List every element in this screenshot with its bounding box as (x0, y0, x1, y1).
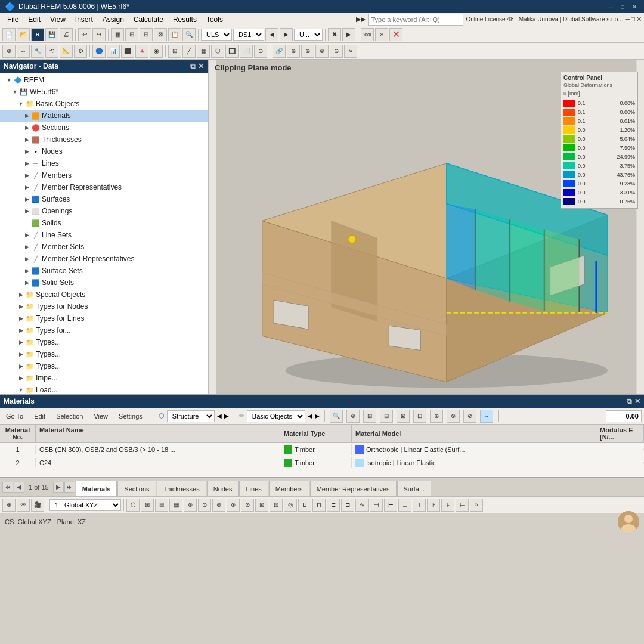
tab-members[interactable]: Members (269, 481, 309, 496)
tb-b6[interactable]: 🔍 (182, 28, 196, 41)
types5-toggle[interactable]: ▶ (17, 351, 25, 357)
tree-sections[interactable]: ▶ 🔴 Sections (0, 122, 208, 134)
basic-objects-toggle[interactable]: ▼ (17, 101, 25, 107)
uls-combo[interactable]: ULS SLS (201, 29, 232, 41)
nodes-toggle[interactable]: ▶ (23, 148, 31, 154)
bt-b6[interactable]: ⊙ (198, 499, 211, 512)
tb2-16[interactable]: 🔲 (225, 45, 239, 58)
bt-b4[interactable]: ▦ (169, 499, 182, 512)
online-max[interactable]: □ (631, 16, 635, 23)
tb2-6[interactable]: ⚙ (74, 45, 87, 58)
bt-more[interactable]: » (470, 499, 483, 512)
bt-b24[interactable]: ⊨ (456, 499, 469, 512)
tab-prev[interactable]: ◀ (14, 482, 24, 493)
mat-selection[interactable]: Selection (52, 411, 86, 421)
tree-types-nodes[interactable]: ▶ 📁 Types for Nodes (0, 301, 208, 312)
tb2-23[interactable]: ⊝ (330, 45, 343, 58)
mat-tb-btn7[interactable]: ⊘ (463, 410, 476, 423)
mat-obj-next[interactable]: ▶ (315, 413, 320, 419)
tb2-19[interactable]: 🔗 (273, 45, 286, 58)
tree-nodes[interactable]: ▶ • Nodes (0, 145, 208, 157)
mat-structure-filter[interactable]: Structure (167, 410, 215, 422)
tree-thicknesses[interactable]: ▶ 🟫 Thicknesses (0, 134, 208, 145)
tb-new[interactable]: 📄 (2, 28, 16, 41)
mat-tb-btn3[interactable]: ⊠ (397, 410, 410, 423)
tb-print[interactable]: 🖨 (60, 28, 73, 41)
tree-special[interactable]: ▶ 📁 Special Objects (0, 289, 208, 301)
tb2-11[interactable]: ◉ (150, 45, 163, 58)
mat-objects-filter[interactable]: Basic Objects (247, 410, 305, 422)
tree-solid-sets[interactable]: ▶ 🟦 Solid Sets (0, 277, 208, 289)
tb2-5[interactable]: 📐 (60, 45, 73, 58)
bt-b9[interactable]: ⊘ (241, 499, 254, 512)
col-mat-name[interactable]: Material Name (36, 425, 280, 442)
tb2-12[interactable]: ⊞ (168, 45, 181, 58)
tree-basic-objects[interactable]: ▼ 📁 Basic Objects (0, 98, 208, 110)
tree-solids[interactable]: 🟩 Solids (0, 217, 208, 229)
menu-file[interactable]: File (2, 14, 23, 25)
types3-toggle[interactable]: ▶ (17, 327, 25, 333)
tree-lines[interactable]: ▶ ─ Lines (0, 157, 208, 169)
mat-tb-btn6[interactable]: ⊗ (447, 410, 460, 423)
mat-row-1[interactable]: 1 OSB (EN 300), OSB/2 and OSB/3 (> 10 - … (0, 443, 644, 456)
tb2-17[interactable]: ⬜ (240, 45, 253, 58)
tb-rfem-large[interactable]: ✕ (389, 28, 402, 41)
tree-impe[interactable]: ▶ 📁 Impe... (0, 372, 208, 384)
mat-edit[interactable]: Edit (30, 411, 49, 421)
tb2-more[interactable]: » (344, 45, 357, 58)
bt-b21[interactable]: ⊤ (413, 499, 426, 512)
tree-surface-sets[interactable]: ▶ 🟦 Surface Sets (0, 265, 208, 277)
mat-toggle[interactable]: ▶ (23, 113, 31, 119)
thick-toggle[interactable]: ▶ (23, 137, 31, 143)
tab-first[interactable]: ⏮ (2, 482, 13, 493)
impe-toggle[interactable]: ▶ (17, 375, 25, 381)
bt-b23[interactable]: ⊧ (441, 499, 454, 512)
mat-restore[interactable]: ⧉ (627, 397, 632, 405)
keyword-search-input[interactable] (368, 14, 463, 26)
bt-b11[interactable]: ⊡ (270, 499, 283, 512)
mat-tb-btn4[interactable]: ⊡ (413, 410, 426, 423)
online-min[interactable]: ─ (626, 16, 630, 23)
tree-member-sets[interactable]: ▶ ╱ Member Sets (0, 241, 208, 253)
tb2-9[interactable]: ⬛ (121, 45, 134, 58)
nav-restore[interactable]: ⧉ (190, 62, 196, 70)
mat-row-2[interactable]: 2 C24 Timber Isotropic | Linear Elastic (0, 456, 644, 469)
tb2-13[interactable]: ╱ (182, 45, 196, 58)
tb-save[interactable]: 💾 (45, 28, 58, 41)
tree-openings[interactable]: ▶ ⬜ Openings (0, 205, 208, 217)
tree-file[interactable]: ▼ 💾 WE5.rf6* (0, 86, 208, 98)
menu-insert[interactable]: Insert (70, 14, 98, 25)
msets-toggle[interactable]: ▶ (23, 244, 31, 250)
menu-results[interactable]: Results (168, 14, 202, 25)
tb-b4[interactable]: ⊠ (154, 28, 167, 41)
tree-member-reps[interactable]: ▶ ╱ Member Representatives (0, 181, 208, 193)
tb2-8[interactable]: 📊 (107, 45, 120, 58)
mem-toggle[interactable]: ▶ (23, 172, 31, 178)
close-button[interactable]: ✕ (630, 2, 639, 11)
msetrep-toggle[interactable]: ▶ (23, 256, 31, 262)
col-mat-modulus[interactable]: Modulus E [N/... (596, 425, 644, 442)
tree-types-6[interactable]: ▶ 📁 Types... (0, 360, 208, 372)
tb2-10[interactable]: 🔺 (135, 45, 148, 58)
tree-load-cases[interactable]: ▼ 📁 Load... (0, 384, 208, 394)
tree-line-sets[interactable]: ▶ ╱ Line Sets (0, 229, 208, 241)
bt-b16[interactable]: ⊐ (341, 499, 354, 512)
tb2-7[interactable]: 🔵 (92, 45, 106, 58)
mat-obj-prev[interactable]: ◀ (308, 413, 312, 419)
bt-b7[interactable]: ⊕ (212, 499, 225, 512)
col-mat-model[interactable]: Material Model (352, 425, 596, 442)
tb-b3[interactable]: ⊟ (140, 28, 153, 41)
tb2-4[interactable]: ⟲ (45, 45, 58, 58)
viewport-3d[interactable]: Clipping Plane mode (209, 60, 644, 394)
mat-tb-btn1[interactable]: ⊞ (363, 410, 376, 423)
bt-b3[interactable]: ⊟ (155, 499, 168, 512)
mat-close[interactable]: ✕ (634, 397, 640, 405)
surf-toggle[interactable]: ▶ (23, 196, 31, 202)
bt-b22[interactable]: ⊦ (427, 499, 440, 512)
file-toggle[interactable]: ▼ (11, 89, 19, 95)
u-combo[interactable]: U... (294, 29, 323, 41)
mat-filter-icon[interactable]: ⊛ (346, 410, 360, 423)
tb-undo[interactable]: ↩ (78, 28, 91, 41)
tb2-3[interactable]: 🔧 (31, 45, 44, 58)
tree-member-set-reps[interactable]: ▶ ╱ Member Set Representatives (0, 253, 208, 265)
